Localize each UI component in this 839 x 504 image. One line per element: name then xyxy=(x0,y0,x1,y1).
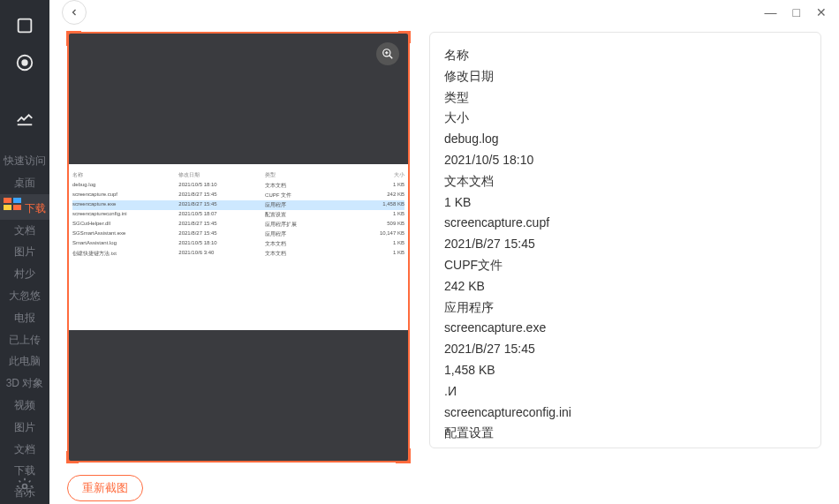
sidebar-link[interactable]: 3D 对象 xyxy=(0,372,49,395)
sidebar-link[interactable]: 文档 xyxy=(0,220,49,242)
sidebar-link[interactable]: 电报 xyxy=(0,307,49,329)
settings-icon[interactable] xyxy=(0,478,49,495)
svg-rect-0 xyxy=(19,19,32,33)
back-button[interactable] xyxy=(62,0,87,25)
svg-rect-3 xyxy=(4,198,11,203)
zoom-icon[interactable] xyxy=(376,42,399,65)
recapture-button[interactable]: 重新截图 xyxy=(67,475,143,501)
record-tool-icon[interactable] xyxy=(0,44,49,81)
svg-rect-4 xyxy=(13,198,21,203)
sidebar-link[interactable]: 已上传 xyxy=(0,329,49,351)
screenshot-tool-icon[interactable] xyxy=(0,7,49,44)
svg-line-11 xyxy=(389,56,393,59)
sidebar-link[interactable]: 视频 xyxy=(0,395,49,417)
sidebar-link-active[interactable]: 下载 xyxy=(0,194,49,220)
ocr-result-panel[interactable]: 名称修改日期类型大小debug.log2021/10/5 18:10文本文档1 … xyxy=(429,32,821,448)
sidebar-link[interactable]: 图片 xyxy=(0,241,49,263)
svg-rect-5 xyxy=(4,205,11,210)
svg-rect-6 xyxy=(13,205,21,210)
preview-content: 名称修改日期类型大小debug.log2021/10/5 18:10文本文档1 … xyxy=(69,164,408,330)
sidebar-link[interactable]: 桌面 xyxy=(0,172,49,194)
app-sidebar: 快速访问 桌面 下载 文档 图片 村少 大忽悠 电报 已上传 此电脑 3D 对象… xyxy=(0,0,49,504)
screenshot-preview: 名称修改日期类型大小debug.log2021/10/5 18:10文本文档1 … xyxy=(67,32,410,463)
svg-point-2 xyxy=(22,60,27,65)
minimize-button[interactable]: — xyxy=(765,5,777,19)
titlebar: — □ ✕ xyxy=(49,0,839,25)
close-button[interactable]: ✕ xyxy=(816,5,827,19)
sidebar-link[interactable]: 文档 xyxy=(0,439,49,461)
edit-tool-icon[interactable] xyxy=(0,99,49,136)
sidebar-link[interactable]: 快速访问 xyxy=(0,150,49,172)
sidebar-link[interactable]: 村少 xyxy=(0,263,49,285)
maximize-button[interactable]: □ xyxy=(793,5,800,19)
sidebar-link[interactable]: 大忽悠 xyxy=(0,285,49,307)
main-area: — □ ✕ 名称修改日期类型大小debug.log2021/10/5 18:10… xyxy=(49,0,839,504)
sidebar-link[interactable]: 图片 xyxy=(0,417,49,439)
sidebar-link[interactable]: 此电脑 xyxy=(0,350,49,372)
svg-point-7 xyxy=(23,485,27,489)
sidebar-nav: 快速访问 桌面 下载 文档 图片 村少 大忽悠 电报 已上传 此电脑 3D 对象… xyxy=(0,150,49,504)
